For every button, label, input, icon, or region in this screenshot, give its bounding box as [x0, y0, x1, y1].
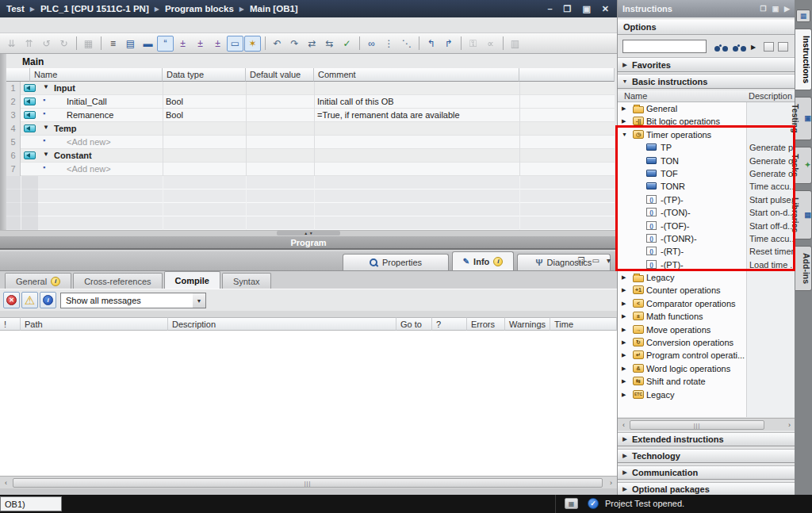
empty-box-icon[interactable]: ▭: [227, 36, 243, 52]
table-row[interactable]: 6▼Constant: [6, 149, 615, 163]
collapsed-arrow-icon[interactable]: ▶: [622, 339, 626, 346]
variable-data-type[interactable]: Bool: [166, 97, 183, 106]
task-tab-tasks[interactable]: ✦Tasks: [795, 147, 812, 184]
absolute-relative-operands-icon[interactable]: ≡: [105, 36, 121, 52]
instruction-tree-item[interactable]: ▶↵Program control operati...: [618, 349, 795, 362]
copy-snapshot-icon[interactable]: ↺: [38, 36, 55, 52]
tab-compile[interactable]: Compile: [164, 271, 220, 289]
snapshot-actual-values-icon[interactable]: ⇈: [21, 36, 37, 52]
float-panel-icon[interactable]: ❐: [760, 5, 766, 13]
variable-name[interactable]: Remanence: [67, 110, 113, 120]
variable-name[interactable]: Constant: [54, 151, 92, 160]
reset-memory-icon[interactable]: ▦: [80, 36, 97, 52]
collapsed-arrow-icon[interactable]: ▶: [622, 378, 626, 385]
message-filter-dropdown[interactable]: Show all messages: [60, 293, 193, 308]
collapsed-arrow-icon[interactable]: ▶: [622, 327, 626, 333]
instruction-tree-item[interactable]: TPGenerate p...: [618, 141, 795, 154]
float-pane-icon[interactable]: [764, 42, 774, 52]
task-tab-libraries[interactable]: ▤Libraries: [795, 190, 812, 239]
profile-arrow-icon[interactable]: ▶: [751, 44, 756, 51]
collapsed-arrow-icon[interactable]: ▶: [618, 469, 632, 476]
instruction-tree-item[interactable]: ▼◷Timer operations: [618, 128, 795, 141]
filter-errors-button[interactable]: ✕: [3, 292, 20, 308]
maximize-button[interactable]: ▣: [582, 5, 590, 13]
splitter-grip-icon[interactable]: ▲ ▼: [277, 231, 340, 235]
table-row[interactable]: 7▪<Add new>: [6, 163, 615, 176]
favorites-section-bar[interactable]: ▶ Favorites: [618, 57, 795, 72]
network-display-icon[interactable]: ▬: [140, 36, 156, 52]
layout-grid-icon[interactable]: ▦: [796, 10, 810, 22]
instruction-tree-item[interactable]: TONGenerate o...: [618, 155, 795, 167]
options-section-bar[interactable]: Options: [618, 19, 795, 35]
tab-cross-references[interactable]: Cross-references: [73, 273, 162, 289]
access-rights-icon[interactable]: ⚿: [465, 36, 481, 52]
expand-triangle-icon[interactable]: ▼: [43, 124, 49, 131]
table-row[interactable]: 2▪Initial_CallBoolInitial call of this O…: [6, 95, 615, 109]
instruction-tree-item[interactable]: ▶↻Conversion operations: [618, 336, 795, 349]
instruction-tree-item[interactable]: ▶→Move operations: [618, 323, 795, 336]
block-properties-icon[interactable]: ▥: [507, 36, 523, 52]
expand-inspector-icon[interactable]: ▾: [607, 256, 611, 265]
scrollbar-thumb[interactable]: |||: [13, 478, 603, 488]
variable-data-type[interactable]: Bool: [166, 110, 183, 120]
collapsed-arrow-icon[interactable]: ▶: [622, 301, 626, 307]
tab-syntax[interactable]: Syntax: [222, 273, 271, 289]
collapsed-arrow-icon[interactable]: ▶: [618, 453, 632, 459]
breadcrumb-item[interactable]: Program blocks: [165, 4, 234, 13]
instruction-tree-item[interactable]: ▶±Math functions: [618, 310, 795, 323]
collapsed-arrow-icon[interactable]: ▶: [622, 118, 626, 124]
basic-instructions-section-bar[interactable]: ▼ Basic instructions: [618, 74, 795, 89]
restore-button[interactable]: ❐: [564, 5, 572, 13]
go-to-previous-call-icon[interactable]: ↶: [269, 36, 285, 52]
expanded-arrow-icon[interactable]: ▼: [618, 78, 632, 84]
collapse-right-icon[interactable]: ▶: [784, 5, 790, 13]
collapse-inspector-icon[interactable]: ▭: [592, 256, 599, 265]
collapsed-arrow-icon[interactable]: ▶: [622, 392, 626, 398]
instructions-horizontal-scrollbar[interactable]: ‹ ||| ›: [618, 418, 795, 431]
task-tab-instructions[interactable]: Instructions: [795, 29, 812, 90]
output-window-icon[interactable]: ▦: [565, 498, 578, 509]
go-to-next-call-icon[interactable]: ↷: [286, 36, 303, 52]
close-button[interactable]: ✕: [602, 5, 609, 13]
network-comments-icon[interactable]: “: [157, 36, 174, 52]
taskbar-item[interactable]: OB1): [0, 496, 62, 511]
update-interface-icon[interactable]: ⇆: [321, 36, 338, 52]
consistency-check-icon[interactable]: ✓: [339, 36, 355, 52]
free-form-comment-icon[interactable]: ✶: [244, 36, 261, 52]
collapsed-arrow-icon[interactable]: ▶: [622, 287, 626, 293]
program-section-bar[interactable]: Program: [0, 236, 617, 250]
jump-forward-icon[interactable]: ↱: [440, 36, 457, 52]
table-row[interactable]: 3▪RemanenceBool=True, if remanent data a…: [6, 109, 615, 122]
collapsed-arrow-icon[interactable]: ▶: [622, 352, 626, 358]
instruction-tree-item[interactable]: ()-(TOF)-Start off-d...: [618, 220, 795, 232]
instruction-tree-item[interactable]: ▶⇆Shift and rotate: [618, 375, 795, 388]
collapsed-arrow-icon[interactable]: ▶: [618, 62, 632, 68]
section-bar-extended-instructions[interactable]: ▶Extended instructions: [618, 432, 795, 446]
monitor-actual-values-icon[interactable]: ⇊: [3, 36, 20, 52]
table-row[interactable]: 5▪<Add new>: [6, 136, 615, 149]
scrollbar-thumb[interactable]: |||: [630, 420, 764, 430]
dropdown-arrow-icon[interactable]: ▼: [193, 293, 206, 308]
instruction-tree-item[interactable]: ()-(PT)-Load time ...: [618, 258, 795, 271]
scroll-right-icon[interactable]: ›: [784, 420, 795, 430]
open-branch-icon[interactable]: ±: [192, 36, 209, 52]
minimize-button[interactable]: –: [547, 5, 552, 13]
instruction-tree-item[interactable]: ▶&Word logic operations: [618, 362, 795, 375]
jump-backward-icon[interactable]: ↰: [423, 36, 439, 52]
expand-triangle-icon[interactable]: ▼: [43, 83, 49, 90]
instruction-tree-item[interactable]: ()-(RT)-Reset timer: [618, 245, 795, 258]
instruction-tree-item[interactable]: ▶ETCLegacy: [618, 389, 795, 401]
split-editor-icon[interactable]: ▤: [122, 36, 139, 52]
instruction-tree-item[interactable]: TONRTime accu...: [618, 180, 795, 193]
tab-info[interactable]: ✎Infoi: [452, 251, 514, 270]
find-previous-icon[interactable]: [733, 43, 746, 52]
insert-network-icon[interactable]: ±: [209, 36, 226, 52]
expand-triangle-icon[interactable]: ▼: [43, 151, 49, 158]
scroll-left-icon[interactable]: ‹: [619, 420, 629, 430]
expanded-arrow-icon[interactable]: ▼: [622, 132, 627, 137]
section-bar-technology[interactable]: ▶Technology: [618, 449, 795, 463]
section-bar-communication[interactable]: ▶Communication: [618, 465, 795, 480]
collapsed-arrow-icon[interactable]: ▶: [622, 366, 626, 372]
variable-name[interactable]: <Add new>: [67, 137, 111, 147]
scroll-left-icon[interactable]: ‹: [1, 478, 11, 488]
